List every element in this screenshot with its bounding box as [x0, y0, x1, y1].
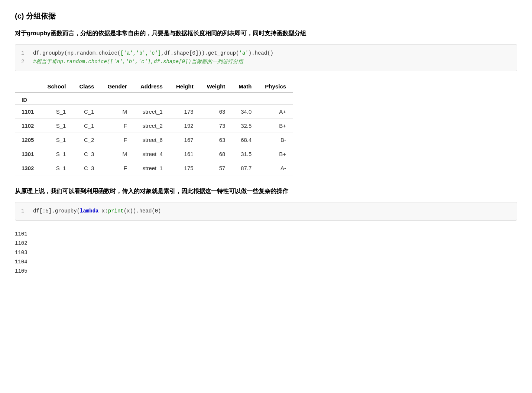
code-content-1: df.groupby(np.random.choice(['a','b','c'…	[33, 49, 273, 58]
cell-gender: F	[101, 133, 134, 147]
cell-address: street_1	[134, 105, 169, 119]
output-line-4: 1104	[15, 257, 517, 267]
code-line-3: 1 df[:5].groupby(lambda x:print(x)).head…	[21, 207, 511, 216]
col-header-address: Address	[134, 80, 169, 93]
code-block-2: 1 df[:5].groupby(lambda x:print(x)).head…	[15, 202, 517, 221]
output-container: 1101 1102 1103 1104 1105	[15, 230, 517, 276]
cell-height: 175	[169, 161, 200, 175]
col-header-physics: Physics	[258, 80, 293, 93]
index-name-row: ID	[15, 93, 293, 105]
cell-gender: F	[101, 119, 134, 133]
col-header-school: School	[40, 80, 72, 93]
cell-school: S_1	[40, 161, 72, 175]
col-header-class: Class	[72, 80, 101, 93]
cell-id: 1205	[15, 133, 40, 147]
cell-address: street_6	[134, 133, 169, 147]
table-row: 1205 S_1 C_2 F street_6 167 63 68.4 B-	[15, 133, 293, 147]
line-number-2: 2	[21, 58, 27, 66]
cell-gender: M	[101, 147, 134, 161]
description-2: 从原理上说，我们可以看到利用函数时，传入的对象就是索引，因此根据这一特性可以做一…	[15, 186, 517, 196]
table-row: 1101 S_1 C_1 M street_1 173 63 34.0 A+	[15, 105, 293, 119]
output-line-1: 1101	[15, 230, 517, 239]
cell-weight: 68	[200, 147, 232, 161]
cell-math: 31.5	[232, 147, 258, 161]
cell-address: street_1	[134, 161, 169, 175]
index-label: ID	[15, 93, 40, 105]
cell-class: C_1	[72, 119, 101, 133]
cell-address: street_2	[134, 119, 169, 133]
col-header-weight: Weight	[200, 80, 232, 93]
cell-school: S_1	[40, 133, 72, 147]
cell-class: C_2	[72, 133, 101, 147]
col-header-gender: Gender	[101, 80, 134, 93]
cell-height: 173	[169, 105, 200, 119]
cell-school: S_1	[40, 105, 72, 119]
cell-id: 1102	[15, 119, 40, 133]
cell-weight: 73	[200, 119, 232, 133]
table-container: School Class Gender Address Height Weigh…	[15, 80, 517, 175]
cell-weight: 63	[200, 105, 232, 119]
cell-address: street_4	[134, 147, 169, 161]
cell-class: C_1	[72, 105, 101, 119]
cell-school: S_1	[40, 147, 72, 161]
line-number-1: 1	[21, 49, 27, 58]
code-content-2: df[:5].groupby(lambda x:print(x)).head(0…	[33, 207, 161, 216]
cell-school: S_1	[40, 119, 72, 133]
code-comment-1: #相当于将np.random.choice(['a','b','c'],df.s…	[33, 58, 243, 66]
output-line-5: 1105	[15, 267, 517, 276]
cell-math: 68.4	[232, 133, 258, 147]
code-line-2: 2 #相当于将np.random.choice(['a','b','c'],df…	[21, 58, 511, 66]
cell-math: 32.5	[232, 119, 258, 133]
cell-physics: B-	[258, 133, 293, 147]
cell-height: 167	[169, 133, 200, 147]
section-title: (c) 分组依据	[15, 11, 517, 21]
table-header-row: School Class Gender Address Height Weigh…	[15, 80, 293, 93]
cell-height: 161	[169, 147, 200, 161]
output-line-3: 1103	[15, 248, 517, 257]
table-row: 1102 S_1 C_1 F street_2 192 73 32.5 B+	[15, 119, 293, 133]
cell-height: 192	[169, 119, 200, 133]
cell-class: C_3	[72, 161, 101, 175]
cell-math: 87.7	[232, 161, 258, 175]
cell-gender: M	[101, 105, 134, 119]
cell-class: C_3	[72, 147, 101, 161]
table-row: 1302 S_1 C_3 F street_1 175 57 87.7 A-	[15, 161, 293, 175]
cell-physics: A-	[258, 161, 293, 175]
cell-weight: 63	[200, 133, 232, 147]
description-text: 对于groupby函数而言，分组的依据是非常自由的，只要是与数据框长度相同的列表…	[15, 29, 517, 38]
cell-math: 34.0	[232, 105, 258, 119]
cell-id: 1302	[15, 161, 40, 175]
cell-id: 1301	[15, 147, 40, 161]
code-line-1: 1 df.groupby(np.random.choice(['a','b','…	[21, 49, 511, 58]
cell-physics: A+	[258, 105, 293, 119]
col-header-math: Math	[232, 80, 258, 93]
line-number-3: 1	[21, 207, 27, 216]
table-row: 1301 S_1 C_3 M street_4 161 68 31.5 B+	[15, 147, 293, 161]
col-header-height: Height	[169, 80, 200, 93]
cell-physics: B+	[258, 119, 293, 133]
col-header-empty	[15, 80, 40, 93]
code-block-1: 1 df.groupby(np.random.choice(['a','b','…	[15, 44, 517, 72]
cell-id: 1101	[15, 105, 40, 119]
data-table: School Class Gender Address Height Weigh…	[15, 80, 293, 175]
output-line-2: 1102	[15, 239, 517, 248]
cell-physics: B+	[258, 147, 293, 161]
cell-weight: 57	[200, 161, 232, 175]
cell-gender: F	[101, 161, 134, 175]
